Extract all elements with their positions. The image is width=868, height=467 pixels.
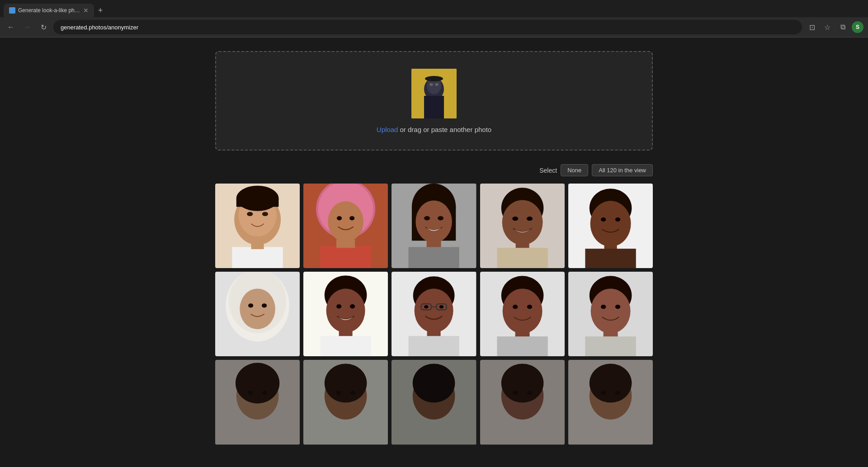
svg-point-19 xyxy=(328,201,363,242)
svg-point-6 xyxy=(435,83,439,86)
svg-point-41 xyxy=(590,201,631,246)
svg-point-35 xyxy=(512,217,518,221)
svg-point-73 xyxy=(527,305,532,309)
back-button[interactable]: ← xyxy=(5,21,17,33)
svg-rect-23 xyxy=(336,240,355,248)
photo-item[interactable] xyxy=(215,272,300,356)
svg-point-55 xyxy=(336,304,341,308)
svg-point-91 xyxy=(336,391,341,395)
svg-point-43 xyxy=(615,217,620,222)
svg-point-80 xyxy=(615,305,620,309)
upload-text: Upload or drag or paste another photo xyxy=(377,126,491,133)
svg-rect-22 xyxy=(321,246,371,269)
photo-item[interactable] xyxy=(568,360,653,444)
svg-point-28 xyxy=(424,216,430,220)
new-tab-button[interactable]: + xyxy=(94,4,107,17)
upload-area[interactable]: Upload or drag or paste another photo xyxy=(215,51,653,151)
svg-point-50 xyxy=(248,303,253,307)
photo-item[interactable] xyxy=(480,360,565,444)
svg-point-105 xyxy=(590,364,632,403)
svg-point-96 xyxy=(424,391,429,395)
svg-point-86 xyxy=(248,391,253,395)
refresh-button[interactable]: ↻ xyxy=(37,21,50,33)
upload-link[interactable]: Upload xyxy=(377,126,398,133)
gallery-controls: Select None All 120 in the view xyxy=(215,164,653,176)
browser-toolbar: ← → ↻ ⊡ ☆ ⧉ S xyxy=(0,17,868,37)
user-avatar[interactable]: S xyxy=(852,21,863,33)
svg-point-106 xyxy=(601,391,606,395)
svg-point-51 xyxy=(262,303,267,307)
svg-point-72 xyxy=(513,305,518,309)
browser-chrome: Generate look-a-like photos to p ✕ + ← →… xyxy=(0,0,868,38)
svg-point-42 xyxy=(601,217,606,222)
svg-rect-15 xyxy=(251,239,264,249)
svg-point-21 xyxy=(349,216,354,220)
svg-rect-31 xyxy=(409,247,459,268)
svg-point-87 xyxy=(262,391,267,395)
toolbar-actions: ⊡ ☆ ⧉ S xyxy=(806,21,863,33)
svg-rect-2 xyxy=(424,96,444,118)
svg-point-92 xyxy=(350,391,355,395)
tab-close-button[interactable]: ✕ xyxy=(83,7,89,14)
svg-point-78 xyxy=(590,289,630,334)
svg-point-20 xyxy=(337,216,342,220)
svg-point-102 xyxy=(527,391,532,395)
svg-point-11 xyxy=(262,212,268,216)
svg-point-61 xyxy=(415,289,453,333)
photo-item[interactable] xyxy=(392,184,476,268)
svg-rect-14 xyxy=(232,247,283,268)
photo-item[interactable] xyxy=(303,360,388,444)
photo-item[interactable] xyxy=(303,184,388,268)
address-bar[interactable] xyxy=(53,20,802,34)
tab-title: Generate look-a-like photos to p xyxy=(18,7,80,14)
extensions-icon[interactable]: ⧉ xyxy=(836,21,849,33)
page-content: Upload or drag or paste another photo Se… xyxy=(208,38,660,463)
svg-rect-82 xyxy=(585,336,636,356)
svg-point-71 xyxy=(502,289,542,334)
svg-point-97 xyxy=(439,391,443,395)
photo-item[interactable] xyxy=(480,272,565,356)
svg-point-107 xyxy=(615,391,620,395)
svg-point-54 xyxy=(326,289,365,333)
svg-point-90 xyxy=(325,364,367,403)
svg-rect-13 xyxy=(236,198,279,207)
svg-point-34 xyxy=(502,200,542,245)
svg-point-5 xyxy=(429,83,433,86)
svg-point-27 xyxy=(416,200,452,243)
svg-point-66 xyxy=(439,305,443,308)
svg-point-49 xyxy=(240,289,275,330)
photo-item[interactable] xyxy=(392,360,476,444)
photo-item[interactable] xyxy=(215,360,300,444)
photo-grid xyxy=(215,184,653,445)
svg-point-65 xyxy=(424,305,428,308)
svg-rect-75 xyxy=(497,336,547,356)
forward-button[interactable]: → xyxy=(21,21,33,33)
svg-point-100 xyxy=(501,364,543,403)
photo-item[interactable] xyxy=(480,184,565,268)
photo-item[interactable] xyxy=(568,272,653,356)
svg-point-85 xyxy=(236,363,279,404)
select-label: Select xyxy=(539,167,557,174)
photo-item[interactable] xyxy=(215,184,300,268)
browser-tabs: Generate look-a-like photos to p ✕ + xyxy=(0,0,868,17)
tab-favicon xyxy=(9,7,15,14)
cast-icon[interactable]: ⊡ xyxy=(806,21,818,33)
active-tab[interactable]: Generate look-a-like photos to p ✕ xyxy=(4,4,94,17)
svg-point-4 xyxy=(425,76,443,81)
svg-point-10 xyxy=(247,212,253,216)
svg-point-29 xyxy=(438,216,443,220)
svg-point-79 xyxy=(601,305,606,309)
none-button[interactable]: None xyxy=(561,164,588,176)
svg-rect-38 xyxy=(497,248,547,268)
photo-item[interactable] xyxy=(303,272,388,356)
photo-item[interactable] xyxy=(392,272,476,356)
svg-rect-68 xyxy=(409,336,459,356)
bookmark-icon[interactable]: ☆ xyxy=(821,21,834,33)
svg-point-95 xyxy=(413,364,455,403)
photo-item[interactable] xyxy=(568,184,653,268)
svg-point-56 xyxy=(350,304,355,308)
upload-text-suffix: or drag or paste another photo xyxy=(398,126,491,133)
svg-point-101 xyxy=(513,391,518,395)
all-in-view-button[interactable]: All 120 in the view xyxy=(592,164,653,176)
svg-rect-45 xyxy=(585,249,636,268)
